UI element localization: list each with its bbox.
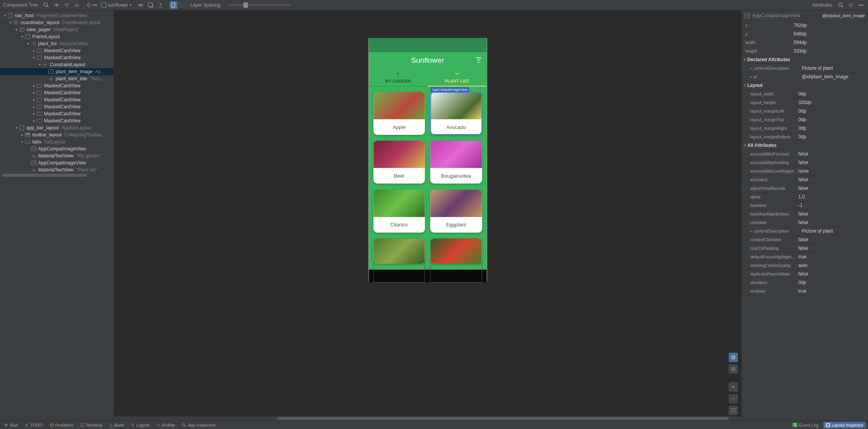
refresh-icon[interactable]: [177, 2, 184, 8]
attr-section-header[interactable]: ▾Layout: [741, 81, 868, 90]
tree-row[interactable]: ▾tabs - TabLayout: [0, 138, 114, 145]
tree-twisty[interactable]: ▸: [32, 98, 36, 102]
attr-value[interactable]: 333dp: [792, 48, 868, 54]
tree-row[interactable]: AppCompatImageView: [0, 145, 114, 152]
search-icon[interactable]: [43, 2, 49, 8]
tree-row[interactable]: ▾plant_list - RecyclerView: [0, 40, 114, 47]
attr-value[interactable]: true: [797, 288, 868, 294]
tree-row[interactable]: ▸MaskedCardView: [0, 110, 114, 117]
export-icon[interactable]: [158, 2, 164, 8]
gear-icon[interactable]: [848, 2, 854, 8]
attr-value[interactable]: 0dp: [797, 134, 868, 139]
attr-value[interactable]: false: [797, 271, 868, 277]
snapshot-icon[interactable]: [148, 2, 154, 8]
tree-row[interactable]: ▾ConstraintLayout: [0, 61, 114, 68]
plant-card[interactable]: Bougainvillea: [430, 141, 482, 184]
logcat-button[interactable]: Logcat: [128, 423, 151, 427]
tree-row[interactable]: ▸MaskedCardView: [0, 82, 114, 89]
tree-twisty[interactable]: ▾: [20, 140, 25, 144]
tab-plant-list[interactable]: PLANT LIST: [428, 69, 487, 86]
attr-value[interactable]: 0dp: [797, 280, 868, 285]
collapse-icon[interactable]: [63, 2, 70, 8]
tree-row[interactable]: ▾nav_host - FragmentContainerView: [0, 12, 114, 19]
tree-row[interactable]: AbMaterialTextView - "Plant list": [0, 166, 114, 173]
tree-row[interactable]: ▸MaskedCardView: [0, 117, 114, 124]
minimize-icon[interactable]: [858, 2, 864, 8]
tree-row[interactable]: ▾MaskedCardView: [0, 54, 114, 61]
attr-value[interactable]: false: [797, 211, 868, 217]
tree-row[interactable]: Abplant_item_title - "Avo...: [0, 75, 114, 82]
tree-row[interactable]: ▸MaskedCardView: [0, 96, 114, 103]
tree-row[interactable]: plant_item_image - Ap...: [0, 68, 114, 75]
zoom-fit-icon[interactable]: [729, 406, 738, 415]
plant-card[interactable]: [373, 238, 425, 264]
attr-value[interactable]: 0dp: [797, 91, 868, 97]
zoom-out-icon[interactable]: −: [729, 394, 738, 403]
attr-value[interactable]: none: [797, 168, 868, 174]
attr-value[interactable]: false: [797, 220, 868, 225]
expand-icon[interactable]: [74, 2, 80, 8]
attr-value[interactable]: 762dp: [792, 23, 868, 28]
tree-twisty[interactable]: ▾: [32, 56, 36, 60]
attr-value[interactable]: Picture of plant: [800, 228, 868, 234]
tree-twisty[interactable]: ▾: [26, 42, 30, 46]
device-selector[interactable]: sunflower ▾: [102, 2, 131, 8]
tab-my-garden[interactable]: MY GARDEN: [369, 69, 428, 86]
attr-section-header[interactable]: ▾Declared Attributes: [741, 55, 868, 64]
tree-twisty[interactable]: ▸: [32, 119, 36, 123]
tree-row[interactable]: ▾coordinator_layout - CoordinatorLayout: [0, 19, 114, 26]
app-inspection-button[interactable]: App Inspection: [180, 423, 218, 427]
attr-value[interactable]: 1.0: [797, 194, 868, 199]
attr-value[interactable]: false: [797, 185, 868, 191]
tree-twisty[interactable]: ▸: [20, 133, 25, 137]
attr-value[interactable]: -1: [797, 203, 868, 208]
plant-card[interactable]: Cilantro: [373, 190, 425, 233]
eye-icon[interactable]: [53, 2, 60, 8]
attr-value[interactable]: 648dp: [792, 31, 868, 37]
tree-twisty[interactable]: ▾: [20, 35, 25, 39]
attr-value[interactable]: Picture of plant: [800, 65, 868, 71]
attr-value[interactable]: false: [797, 160, 868, 165]
tree-twisty[interactable]: ▾: [37, 63, 42, 67]
attr-value[interactable]: true: [797, 254, 868, 260]
terminal-button[interactable]: Terminal: [78, 423, 104, 427]
plant-card[interactable]: Beet: [373, 141, 425, 184]
tree-twisty[interactable]: ▸: [32, 112, 36, 116]
search-icon[interactable]: [838, 2, 844, 8]
tree-row[interactable]: ▸MaskedCardView: [0, 89, 114, 96]
problems-button[interactable]: Problems: [47, 423, 76, 427]
tree-row[interactable]: ▸toolbar_layout - CollapsingToolbar...: [0, 131, 114, 138]
plant-card[interactable]: [430, 238, 482, 264]
attr-value[interactable]: 333dp: [797, 100, 868, 105]
plant-card[interactable]: Avocado: [430, 92, 482, 135]
plant-card[interactable]: Eggplant: [430, 190, 482, 233]
profiler-button[interactable]: Profiler: [154, 423, 177, 427]
run-button[interactable]: Run: [2, 423, 20, 427]
tree-twisty[interactable]: ▸: [32, 49, 36, 53]
attr-value[interactable]: 0dp: [797, 125, 868, 131]
tree-row[interactable]: ▸MaskedCardView: [0, 103, 114, 110]
tree-row[interactable]: AppCompatImageView: [0, 159, 114, 166]
attr-value[interactable]: auto: [797, 263, 868, 268]
attr-value[interactable]: false: [797, 245, 868, 251]
filter-icon[interactable]: [475, 56, 482, 65]
minimize-icon[interactable]: [92, 2, 98, 8]
plant-card[interactable]: Apple: [373, 92, 425, 135]
tree-row[interactable]: ▾app_bar_layout - AppBarLayout: [0, 124, 114, 131]
attr-value[interactable]: false: [797, 151, 868, 157]
tree-twisty[interactable]: ▸: [32, 91, 36, 95]
live-updates-icon[interactable]: [170, 1, 177, 9]
attr-value[interactable]: 594dp: [792, 40, 868, 45]
tree-row[interactable]: ▾FrameLayout: [0, 33, 114, 40]
attr-section-header[interactable]: ▾All Attributes: [741, 141, 868, 150]
mode-3d-icon[interactable]: [729, 353, 738, 362]
attr-value[interactable]: 0dp: [797, 117, 868, 122]
canvas[interactable]: Sunflower MY GARDEN PLANT LIST AppleAvoc…: [114, 11, 741, 420]
layout-inspector-button[interactable]: Layout Inspector: [823, 422, 866, 428]
attr-value[interactable]: false: [797, 177, 868, 182]
eye-icon[interactable]: [137, 2, 144, 8]
build-button[interactable]: Build: [107, 423, 126, 427]
tree-twisty[interactable]: ▸: [32, 84, 36, 88]
gear-icon[interactable]: [86, 2, 92, 8]
event-log-button[interactable]: 1Event Log: [790, 423, 821, 427]
